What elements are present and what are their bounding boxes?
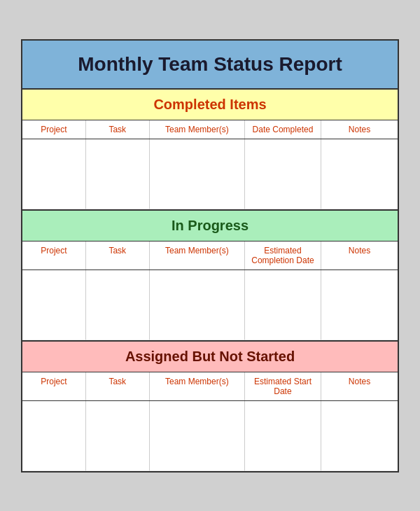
notstarted-section-header: Assigned But Not Started — [22, 340, 398, 372]
completed-cell-1-4[interactable] — [245, 139, 321, 209]
completed-cell-1-2[interactable] — [86, 139, 150, 209]
report-title: Monthly Team Status Report — [22, 41, 398, 90]
inprogress-col-date: Estimated Completion Date — [245, 241, 321, 270]
completed-cell-1-1[interactable] — [22, 139, 86, 209]
notstarted-col-team-members: Team Member(s) — [150, 372, 245, 400]
notstarted-cell-1-1[interactable] — [22, 401, 86, 471]
inprogress-col-task: Task — [86, 241, 150, 270]
notstarted-col-date: Estimated Start Date — [245, 372, 321, 400]
completed-col-team-members: Team Member(s) — [150, 120, 245, 139]
completed-cell-1-3[interactable] — [150, 139, 245, 209]
inprogress-cell-1-3[interactable] — [150, 270, 245, 340]
inprogress-section-header: In Progress — [22, 209, 398, 241]
inprogress-cell-1-4[interactable] — [245, 270, 321, 340]
inprogress-cell-1-1[interactable] — [22, 270, 86, 340]
completed-col-project: Project — [22, 120, 86, 139]
notstarted-cell-1-2[interactable] — [86, 401, 150, 471]
inprogress-data-rows — [22, 270, 398, 340]
inprogress-cell-1-5[interactable] — [321, 270, 398, 340]
notstarted-cell-1-4[interactable] — [245, 401, 321, 471]
completed-section-header: Completed Items — [22, 90, 398, 120]
notstarted-col-project: Project — [22, 372, 86, 400]
inprogress-col-notes: Notes — [321, 241, 398, 270]
notstarted-data-rows — [22, 401, 398, 471]
completed-data-rows — [22, 139, 398, 209]
completed-cell-1-5[interactable] — [321, 139, 398, 209]
inprogress-cell-1-2[interactable] — [86, 270, 150, 340]
notstarted-col-notes: Notes — [321, 372, 398, 400]
inprogress-col-team-members: Team Member(s) — [150, 241, 245, 270]
notstarted-col-task: Task — [86, 372, 150, 400]
completed-col-headers: Project Task Team Member(s) Date Complet… — [22, 120, 398, 139]
completed-col-task: Task — [86, 120, 150, 139]
inprogress-col-headers: Project Task Team Member(s) Estimated Co… — [22, 241, 398, 270]
completed-col-notes: Notes — [321, 120, 398, 139]
notstarted-cell-1-3[interactable] — [150, 401, 245, 471]
notstarted-col-headers: Project Task Team Member(s) Estimated St… — [22, 372, 398, 401]
completed-col-date: Date Completed — [245, 120, 321, 139]
notstarted-cell-1-5[interactable] — [321, 401, 398, 471]
report-container: Monthly Team Status Report Completed Ite… — [21, 39, 399, 472]
inprogress-col-project: Project — [22, 241, 86, 270]
